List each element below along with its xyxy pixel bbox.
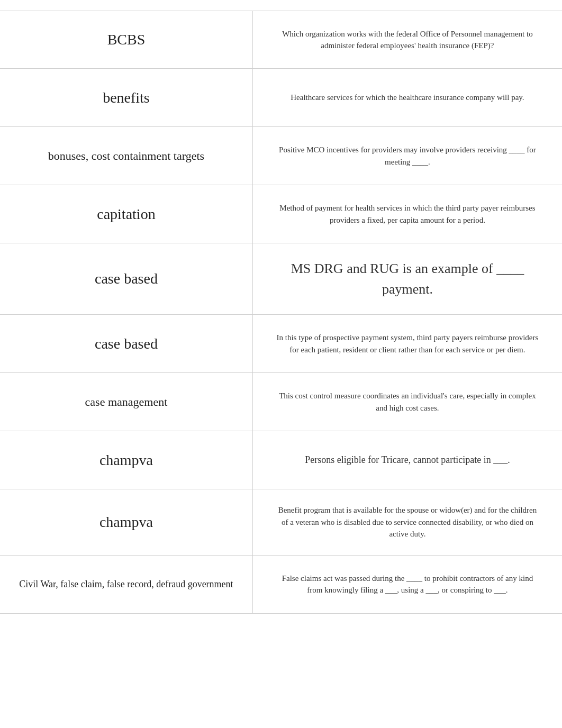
definition-text: Positive MCO incentives for providers ma…	[274, 144, 541, 168]
card-row: champvaBenefit program that is available…	[0, 489, 562, 556]
term-cell: case based	[0, 243, 253, 314]
term-cell: benefits	[0, 69, 253, 126]
term-cell: case based	[0, 315, 253, 372]
definition-text: In this type of prospective payment syst…	[274, 332, 541, 356]
card-row: BCBSWhich organization works with the fe…	[0, 11, 562, 69]
definition-text: This cost control measure coordinates an…	[274, 390, 541, 414]
definition-cell: Method of payment for health services in…	[253, 185, 562, 243]
term-text: champva	[99, 452, 153, 469]
definition-cell: Persons eligible for Tricare, cannot par…	[253, 431, 562, 489]
term-cell: BCBS	[0, 11, 253, 68]
page-container: BCBSWhich organization works with the fe…	[0, 0, 562, 728]
definition-text: MS DRG and RUG is an example of ____ pay…	[274, 258, 541, 299]
definition-cell: Which organization works with the federa…	[253, 11, 562, 68]
definition-text: False claims act was passed during the _…	[274, 572, 541, 596]
card-row: Civil War, false claim, false record, de…	[0, 556, 562, 614]
card-row: champvaPersons eligible for Tricare, can…	[0, 431, 562, 489]
definition-text: Benefit program that is available for th…	[274, 504, 541, 540]
definition-cell: Positive MCO incentives for providers ma…	[253, 127, 562, 185]
card-row: capitationMethod of payment for health s…	[0, 185, 562, 243]
card-row: case managementThis cost control measure…	[0, 373, 562, 431]
definition-cell: Healthcare services for which the health…	[253, 69, 562, 126]
term-text: BCBS	[107, 31, 146, 48]
definition-text: Method of payment for health services in…	[274, 202, 541, 226]
card-row: benefitsHealthcare services for which th…	[0, 69, 562, 127]
definition-cell: False claims act was passed during the _…	[253, 556, 562, 613]
term-cell: Civil War, false claim, false record, de…	[0, 556, 253, 613]
term-cell: champva	[0, 431, 253, 489]
definition-text: Healthcare services for which the health…	[291, 92, 524, 104]
term-text: Civil War, false claim, false record, de…	[19, 579, 233, 590]
term-cell: capitation	[0, 185, 253, 243]
term-text: case management	[85, 395, 168, 409]
term-text: case based	[95, 335, 158, 352]
term-text: champva	[99, 514, 153, 531]
term-cell: champva	[0, 489, 253, 555]
term-text: case based	[95, 270, 158, 287]
card-row: bonuses, cost containment targetsPositiv…	[0, 127, 562, 185]
card-row: case basedMS DRG and RUG is an example o…	[0, 243, 562, 315]
definition-cell: MS DRG and RUG is an example of ____ pay…	[253, 243, 562, 314]
term-cell: case management	[0, 373, 253, 431]
definition-text: Which organization works with the federa…	[274, 28, 541, 52]
term-cell: bonuses, cost containment targets	[0, 127, 253, 185]
term-text: bonuses, cost containment targets	[48, 149, 204, 163]
definition-cell: Benefit program that is available for th…	[253, 489, 562, 555]
term-text: benefits	[103, 89, 150, 106]
card-row: case basedIn this type of prospective pa…	[0, 315, 562, 373]
definition-text: Persons eligible for Tricare, cannot par…	[305, 453, 510, 467]
term-text: capitation	[97, 206, 155, 223]
definition-cell: In this type of prospective payment syst…	[253, 315, 562, 372]
definition-cell: This cost control measure coordinates an…	[253, 373, 562, 431]
